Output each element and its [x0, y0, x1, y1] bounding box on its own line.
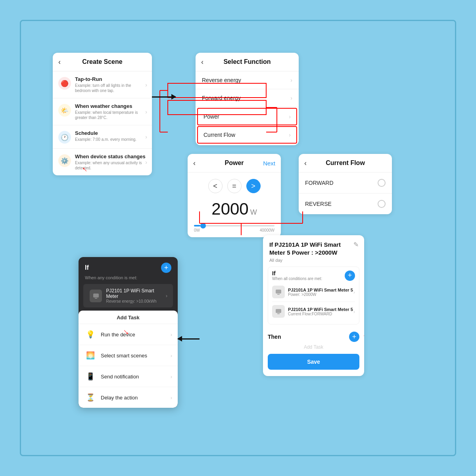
- equals-btn[interactable]: =: [227, 179, 242, 193]
- chevron-right-icon: ›: [290, 77, 292, 83]
- current-flow-title: Current Flow: [326, 159, 365, 167]
- current-flow-item-highlighted[interactable]: Current Flow ›: [197, 126, 297, 144]
- then-section: Then + ↑ Add Task Save: [263, 328, 364, 376]
- arrow-left: [178, 338, 200, 340]
- forward-flow-item[interactable]: FORWARD: [299, 173, 392, 194]
- device-status-item[interactable]: ⚙️ When device status changes Example: w…: [53, 149, 152, 175]
- svg-rect-17: [93, 294, 99, 298]
- delay-action-icon: ⏳: [85, 392, 96, 403]
- chevron-right-icon: ›: [353, 289, 355, 295]
- add-condition-button[interactable]: +: [345, 271, 355, 281]
- if-label: If: [272, 270, 322, 276]
- weather-changes-item[interactable]: 🌤️ When weather changes Example: when lo…: [53, 98, 152, 125]
- device-status-title: When device status changes: [75, 154, 146, 159]
- forward-radio[interactable]: [378, 179, 386, 187]
- if-dark-header: If +: [79, 257, 178, 275]
- if-dark-title: If: [85, 264, 89, 271]
- power-value-display: 2000W: [188, 200, 281, 222]
- tap-to-run-item[interactable]: 🔴 Tap-to-Run Example: turn off all light…: [53, 71, 152, 98]
- svg-rect-18: [95, 298, 97, 299]
- chevron-right-icon: ›: [166, 293, 167, 299]
- chevron-right-icon: ›: [171, 374, 172, 380]
- chevron-right-icon: ›: [289, 113, 291, 120]
- device-status-icon: ⚙️: [58, 154, 71, 167]
- device-row-1[interactable]: PJ2101A 1P WiFi Smart Meter 5 Power: >20…: [272, 282, 355, 302]
- chevron-right-icon: ›: [353, 309, 355, 315]
- device1-status: Power: >2000W: [288, 292, 353, 297]
- run-device-option[interactable]: 💡 Run the device › ↑: [79, 324, 178, 345]
- back-icon[interactable]: ‹: [193, 159, 196, 167]
- chevron-right-icon: ›: [145, 159, 147, 165]
- reverse-flow-item[interactable]: REVERSE: [299, 194, 392, 214]
- edit-icon[interactable]: ✎: [353, 241, 359, 248]
- operator-controls: < = >: [188, 173, 281, 200]
- schedule-item[interactable]: 🕐 Schedule Example: 7:00 a.m. every morn…: [53, 125, 152, 149]
- chevron-right-icon: ›: [145, 82, 147, 88]
- add-then-button[interactable]: + ↑: [349, 332, 359, 342]
- select-function-header: ‹ Select Function: [196, 53, 299, 71]
- power-header: ‹ Power Next: [188, 154, 281, 173]
- delay-action-option[interactable]: ⏳ Delay the action ›: [79, 387, 178, 408]
- schedule-desc: Example: 7:00 a.m. every morning.: [75, 137, 136, 142]
- red-arrow-then: ↑: [361, 330, 364, 338]
- device-thumb-2: [272, 305, 285, 318]
- select-function-title: Select Function: [223, 58, 271, 65]
- create-scene-title: Create Scene: [82, 58, 122, 65]
- chevron-right-icon: ›: [290, 95, 292, 101]
- chevron-right-icon: ›: [289, 132, 291, 138]
- power-unit: W: [250, 208, 257, 216]
- delay-action-label: Delay the action: [101, 395, 138, 401]
- chevron-right-icon: ›: [171, 353, 172, 359]
- power-title: Power: [225, 159, 244, 167]
- add-task-popup-header: Add Task: [79, 311, 178, 324]
- tap-to-run-icon: 🔴: [58, 77, 71, 90]
- smart-scenes-option[interactable]: 🌅 Select smart scenes ›: [79, 345, 178, 366]
- power-item-highlighted[interactable]: Power ›: [197, 108, 297, 125]
- send-notification-label: Send notification: [101, 374, 139, 380]
- device2-name: PJ2101A 1P WiFi Smart Meter 5: [288, 307, 353, 312]
- back-icon[interactable]: ‹: [58, 58, 61, 66]
- greater-than-btn[interactable]: >: [246, 179, 261, 193]
- create-scene-panel: ‹ Create Scene 🔴 Tap-to-Run Example: tur…: [53, 53, 152, 175]
- power-item[interactable]: Power ›: [198, 109, 296, 125]
- chevron-right-icon: ›: [171, 332, 172, 338]
- reverse-radio[interactable]: [378, 200, 386, 208]
- dark-device-row[interactable]: PJ2101 1P WiFi Smart Meter Reverse energ…: [83, 284, 173, 307]
- if-sub: When all conditions are met:: [272, 276, 322, 281]
- save-button[interactable]: Save: [268, 354, 359, 370]
- reverse-energy-item[interactable]: Reverse energy ›: [196, 71, 299, 89]
- device1-name: PJ2101A 1P WiFi Smart Meter 5: [288, 288, 353, 292]
- device-row-2[interactable]: PJ2101A 1P WiFi Smart Meter 5 Current Fl…: [272, 302, 355, 321]
- current-flow-item[interactable]: Current Flow ›: [198, 127, 296, 143]
- svg-rect-14: [277, 294, 280, 295]
- device-thumb-1: [272, 286, 285, 298]
- weather-desc: Example: when local temperature is great…: [75, 110, 146, 120]
- weather-title: When weather changes: [75, 103, 146, 109]
- then-label: Then: [268, 334, 281, 340]
- back-icon[interactable]: ‹: [304, 159, 307, 167]
- select-function-panel: ‹ Select Function Reverse energy › Forwa…: [196, 53, 299, 145]
- dark-device-icon: [90, 290, 102, 302]
- forward-label: FORWARD: [305, 180, 334, 186]
- if-section: If When all conditions are met: + PJ2101…: [268, 267, 359, 324]
- power-panel: ‹ Power Next < = > 2000W 0W 40000W: [188, 154, 281, 237]
- svg-rect-16: [277, 313, 280, 314]
- next-button[interactable]: Next: [263, 160, 275, 167]
- slider-max: 40000W: [260, 228, 274, 232]
- back-icon[interactable]: ‹: [201, 58, 203, 66]
- current-flow-label: Current Flow: [203, 132, 235, 138]
- svg-rect-13: [276, 290, 281, 294]
- condition-title: If PJ2101A 1P WiFi Smart Meter 5 Power :…: [263, 235, 364, 258]
- weather-icon: 🌤️: [58, 104, 71, 117]
- slider-min: 0W: [194, 228, 200, 232]
- arrow-right: [152, 96, 176, 98]
- add-condition-dark-button[interactable]: +: [161, 263, 171, 273]
- condition-result-panel: If PJ2101A 1P WiFi Smart Meter 5 Power :…: [263, 235, 364, 376]
- forward-energy-item[interactable]: Forward energy ›: [196, 89, 299, 107]
- reverse-energy-label: Reverse energy: [202, 77, 241, 83]
- add-task-popup: Add Task 💡 Run the device › ↑ 🌅 Select s…: [79, 311, 178, 408]
- less-than-btn[interactable]: <: [208, 179, 223, 193]
- smart-scenes-label: Select smart scenes: [101, 353, 147, 359]
- send-notification-option[interactable]: 📱 Send notification ›: [79, 366, 178, 387]
- if-dark-sub: When any condition is met:: [79, 275, 178, 284]
